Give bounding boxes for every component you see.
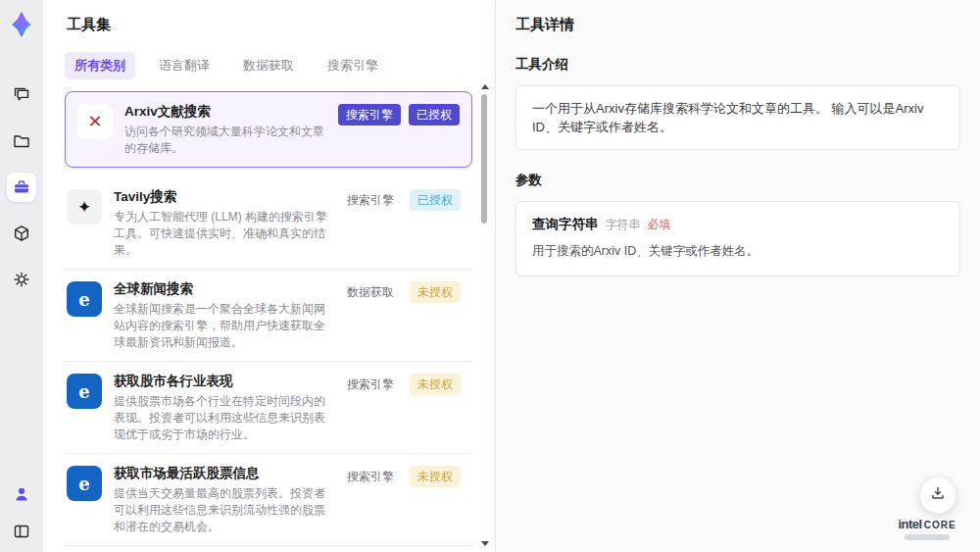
param-type: 字符串 xyxy=(606,217,641,233)
panels-icon xyxy=(12,522,31,541)
scroll-up-icon[interactable] xyxy=(481,84,489,89)
list-scrollbar[interactable] xyxy=(479,84,489,546)
cube-icon xyxy=(12,224,31,243)
tool-card[interactable]: e 获取市场最活跃股票信息 提供当天交易量最高的股票列表。投资者可以利用这些信息… xyxy=(65,454,472,546)
tool-icon: ✦ xyxy=(67,189,102,225)
tool-card[interactable]: ✕ Arxiv文献搜索 访问各个研究领域大量科学论文和文章的存储库。 搜索引擎 … xyxy=(65,91,472,168)
intel-core-logo: intelCORE xyxy=(888,517,966,540)
tool-icon: e xyxy=(67,374,102,409)
tool-intro-text: 一个用于从Arxiv存储库搜索科学论文和文章的工具。 输入可以是Arxiv ID… xyxy=(515,85,960,150)
category-badge: 搜索引擎 xyxy=(338,104,401,125)
category-tabs: 所有类别 语言翻译 数据获取 搜索引擎 xyxy=(65,52,495,79)
param-description: 用于搜索的Arxiv ID、关键字或作者姓名。 xyxy=(532,242,944,260)
category-badge: 数据获取 xyxy=(339,281,402,303)
category-badge: 搜索引擎 xyxy=(339,189,402,211)
auth-status-badge: 已授权 xyxy=(410,189,461,211)
tool-card[interactable]: e 获取股市各行业表现 提供股票市场各个行业在特定时间段内的表现。投资者可以利用… xyxy=(65,362,472,454)
details-title: 工具详情 xyxy=(515,16,960,34)
scrollbar-thumb[interactable] xyxy=(481,94,487,224)
tool-details-panel: 工具详情 工具介绍 一个用于从Arxiv存储库搜索科学论文和文章的工具。 输入可… xyxy=(495,0,980,552)
tool-icon-glyph: e xyxy=(78,381,89,402)
tool-name: 获取市场最活跃股票信息 xyxy=(114,464,327,483)
category-badge: 搜索引擎 xyxy=(339,374,402,395)
tool-name: 全球新闻搜索 xyxy=(114,279,327,299)
page-title: 工具集 xyxy=(67,16,495,34)
sidebar-item-panel-toggle[interactable] xyxy=(7,517,36,546)
intel-core-subtitle xyxy=(905,534,950,540)
sidebar-item-files[interactable] xyxy=(7,126,36,156)
scroll-down-icon[interactable] xyxy=(481,541,489,546)
params-heading: 参数 xyxy=(515,172,960,189)
category-tab[interactable]: 所有类别 xyxy=(65,52,135,79)
user-icon xyxy=(12,484,31,504)
auth-status-badge: 未授权 xyxy=(410,466,461,487)
tool-name: Arxiv文献搜索 xyxy=(124,102,326,122)
tool-icon-glyph: e xyxy=(78,289,89,310)
tool-name: 获取股市各行业表现 xyxy=(114,372,327,391)
toolbox-icon xyxy=(12,177,31,197)
auth-status-badge: 未授权 xyxy=(410,374,461,395)
category-tab[interactable]: 语言翻译 xyxy=(149,52,220,79)
icon-rail xyxy=(0,0,43,552)
toolset-panel: 工具集 所有类别 语言翻译 数据获取 搜索引擎 ✕ Arxiv文献搜索 xyxy=(43,0,495,552)
tool-icon: e xyxy=(67,281,102,317)
app-logo-icon xyxy=(7,10,36,39)
category-tab[interactable]: 搜索引擎 xyxy=(318,52,388,79)
gear-icon xyxy=(12,270,31,289)
sidebar-item-toolbox[interactable] xyxy=(7,173,36,202)
sidebar-item-account[interactable] xyxy=(7,479,36,509)
tool-icon-glyph: ✕ xyxy=(87,111,102,132)
folder-icon xyxy=(12,131,31,151)
tool-description: 专为人工智能代理 (LLM) 构建的搜索引擎工具。可快速提供实时、准确和真实的结… xyxy=(114,209,327,259)
category-badge: 搜索引擎 xyxy=(339,466,402,487)
app-window: 工具集 所有类别 语言翻译 数据获取 搜索引擎 ✕ Arxiv文献搜索 xyxy=(0,0,980,552)
param-card: 查询字符串 字符串 必填 用于搜索的Arxiv ID、关键字或作者姓名。 xyxy=(515,201,960,276)
tool-description: 访问各个研究领域大量科学论文和文章的存储库。 xyxy=(124,124,326,157)
tool-description: 提供当天交易量最高的股票列表。投资者可以利用这些信息来识别流动性强的股票和潜在的… xyxy=(114,485,327,535)
tool-card[interactable]: ▦ 万维地区新闻查询 查询具体行政区划内的新闻，快速了解各地新闻动态。 搜索引擎… xyxy=(65,546,472,552)
download-button[interactable] xyxy=(919,477,956,514)
sidebar-item-packages[interactable] xyxy=(7,219,36,248)
tool-card[interactable]: ✦ Tavily搜索 专为人工智能代理 (LLM) 构建的搜索引擎工具。可快速提… xyxy=(65,177,472,270)
tool-icon-glyph: e xyxy=(78,474,89,494)
auth-status-badge: 未授权 xyxy=(410,281,461,303)
chat-icon xyxy=(12,85,31,105)
intro-heading: 工具介绍 xyxy=(515,56,960,74)
intel-brand-text: intel xyxy=(898,517,921,531)
tool-description: 全球新闻搜索是一个聚合全球各大新闻网站内容的搜索引擎，帮助用户快速获取全球最新资… xyxy=(114,301,327,351)
tool-card[interactable]: e 全球新闻搜索 全球新闻搜索是一个聚合全球各大新闻网站内容的搜索引擎，帮助用户… xyxy=(65,270,472,362)
tool-icon-glyph: ✦ xyxy=(77,197,91,218)
sidebar-item-settings[interactable] xyxy=(7,265,36,294)
tool-icon: e xyxy=(67,466,102,501)
tool-list: ✕ Arxiv文献搜索 访问各个研究领域大量科学论文和文章的存储库。 搜索引擎 … xyxy=(65,91,472,552)
core-brand-text: CORE xyxy=(924,520,956,530)
tool-description: 提供股票市场各个行业在特定时间段内的表现。投资者可以利用这些信息来识别表现优于或… xyxy=(114,393,327,443)
auth-status-badge: 已授权 xyxy=(409,104,460,125)
download-icon xyxy=(930,485,946,505)
tool-icon: ✕ xyxy=(77,104,113,139)
sidebar-item-chat[interactable] xyxy=(7,80,36,110)
category-tab[interactable]: 数据获取 xyxy=(233,52,304,79)
param-required-flag: 必填 xyxy=(648,217,671,233)
tool-name: Tavily搜索 xyxy=(114,187,327,207)
param-name: 查询字符串 xyxy=(532,216,599,233)
